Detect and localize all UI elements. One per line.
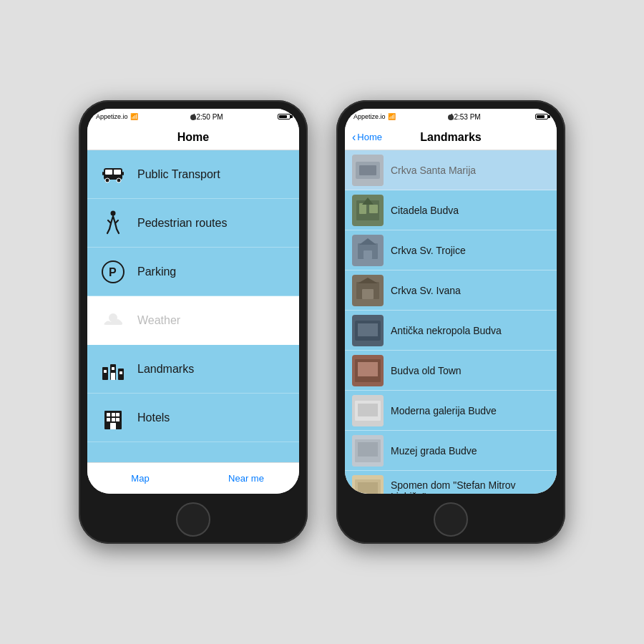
nav-title-1: Home bbox=[177, 131, 209, 144]
svg-rect-6 bbox=[102, 172, 104, 175]
menu-item-parking[interactable]: P Parking bbox=[87, 248, 299, 296]
nav-title-2: Landmarks bbox=[420, 131, 481, 144]
menu-label-hotels: Hotels bbox=[137, 411, 170, 424]
nav-bar-2: ‹ Home Landmarks bbox=[345, 125, 557, 150]
menu-label-pedestrian: Pedestrian routes bbox=[137, 217, 227, 230]
battery-fill-2 bbox=[537, 115, 545, 118]
landmark-name-5: Antička nekropola Budva bbox=[391, 325, 502, 336]
svg-rect-45 bbox=[358, 323, 378, 336]
svg-rect-7 bbox=[122, 172, 124, 175]
landmark-thumb-7 bbox=[352, 395, 384, 426]
svg-rect-15 bbox=[104, 370, 107, 373]
menu-content: Public Transport Pedestrian routes bbox=[87, 150, 299, 462]
landmark-item-4[interactable]: Crkva Sv. Ivana bbox=[345, 270, 557, 311]
landmark-item-7[interactable]: Moderna galerija Budve bbox=[345, 391, 557, 431]
landmark-item-2[interactable]: Citadela Budva bbox=[345, 190, 557, 230]
svg-rect-26 bbox=[110, 423, 116, 429]
landmark-item-9[interactable]: Spomen dom "Stefan Mitrov Ljubiša" bbox=[345, 471, 557, 494]
svg-rect-20 bbox=[107, 413, 110, 416]
nav-bar-1: Home bbox=[87, 125, 299, 150]
battery-area-1 bbox=[278, 114, 291, 119]
svg-rect-21 bbox=[112, 413, 115, 416]
time-1: 12:50 PM bbox=[192, 113, 223, 121]
svg-point-4 bbox=[105, 178, 109, 182]
menu-item-pedestrian[interactable]: Pedestrian routes bbox=[87, 199, 299, 248]
svg-rect-29 bbox=[359, 165, 376, 175]
back-button[interactable]: ‹ Home bbox=[352, 131, 382, 144]
menu-label-public-transport: Public Transport bbox=[137, 168, 220, 181]
landmark-item-6[interactable]: Budva old Town bbox=[345, 351, 557, 391]
status-left-2: Appetize.io 📶 bbox=[353, 113, 396, 120]
svg-rect-54 bbox=[358, 442, 378, 457]
svg-rect-16 bbox=[112, 367, 114, 370]
svg-rect-38 bbox=[364, 250, 372, 259]
landmark-item-1[interactable]: Crkva Santa Marija bbox=[345, 150, 557, 190]
menu-item-weather[interactable]: Weather bbox=[87, 296, 299, 345]
svg-text:P: P bbox=[109, 266, 117, 278]
appetize-label-1: Appetize.io bbox=[96, 113, 128, 120]
menu-item-hotels[interactable]: Hotels bbox=[87, 394, 299, 442]
landmark-name-6: Budva old Town bbox=[391, 365, 462, 376]
svg-rect-22 bbox=[116, 413, 119, 416]
tab-bar-1: Map Near me bbox=[87, 462, 299, 494]
svg-rect-33 bbox=[369, 205, 378, 213]
svg-point-5 bbox=[117, 178, 121, 182]
weather-icon bbox=[99, 306, 127, 335]
landmark-thumb-4 bbox=[352, 275, 384, 306]
walk-icon bbox=[99, 209, 127, 238]
landmark-item-3[interactable]: Crkva Sv. Trojice bbox=[345, 230, 557, 270]
landmark-thumb-3 bbox=[352, 235, 384, 266]
menu-item-landmarks[interactable]: Landmarks bbox=[87, 345, 299, 394]
chevron-left-icon: ‹ bbox=[352, 131, 356, 144]
landmark-thumb-6 bbox=[352, 355, 384, 386]
phone-1-screen: Appetize.io 📶 12:50 PM Home bbox=[87, 109, 299, 494]
svg-rect-23 bbox=[107, 418, 110, 421]
time-2: 12:53 PM bbox=[450, 113, 481, 121]
landmark-thumb-5 bbox=[352, 315, 384, 346]
svg-rect-25 bbox=[116, 418, 119, 421]
svg-rect-17 bbox=[119, 371, 122, 374]
landmark-thumb-9 bbox=[352, 475, 384, 494]
phone-2: Appetize.io 📶 12:53 PM ‹ Home Landmarks bbox=[336, 100, 565, 544]
battery-icon-2 bbox=[535, 114, 548, 119]
landmark-item-8[interactable]: Muzej grada Budve bbox=[345, 431, 557, 471]
appetize-label-2: Appetize.io bbox=[353, 113, 386, 120]
tab-map[interactable]: Map bbox=[87, 463, 193, 494]
svg-rect-57 bbox=[358, 482, 378, 494]
bus-icon bbox=[99, 160, 127, 189]
status-bar-1: Appetize.io 📶 12:50 PM bbox=[87, 109, 299, 125]
svg-rect-32 bbox=[359, 203, 366, 214]
svg-rect-1 bbox=[105, 170, 112, 175]
menu-label-parking: Parking bbox=[137, 265, 176, 278]
wifi-icon-2: 📶 bbox=[388, 113, 396, 120]
tab-near-me[interactable]: Near me bbox=[193, 463, 299, 494]
parking-icon: P bbox=[99, 258, 127, 286]
menu-label-landmarks: Landmarks bbox=[137, 363, 194, 376]
status-bar-2: Appetize.io 📶 12:53 PM bbox=[345, 109, 557, 125]
svg-rect-24 bbox=[112, 418, 115, 421]
phone-1: Appetize.io 📶 12:50 PM Home bbox=[79, 100, 308, 544]
svg-rect-3 bbox=[104, 176, 122, 178]
phone-2-screen: Appetize.io 📶 12:53 PM ‹ Home Landmarks bbox=[345, 109, 557, 494]
svg-point-8 bbox=[111, 210, 116, 215]
landmark-name-3: Crkva Sv. Trojice bbox=[391, 245, 466, 256]
battery-area-2 bbox=[535, 114, 548, 119]
landmark-thumb-2 bbox=[352, 195, 384, 226]
back-label: Home bbox=[357, 132, 382, 142]
landmark-icon bbox=[99, 355, 127, 384]
wifi-icon-1: 📶 bbox=[130, 113, 138, 120]
svg-rect-2 bbox=[114, 170, 121, 175]
status-left-1: Appetize.io 📶 bbox=[96, 113, 138, 120]
landmark-name-7: Moderna galerija Budve bbox=[391, 405, 497, 416]
battery-icon-1 bbox=[278, 114, 291, 119]
landmark-item-5[interactable]: Antička nekropola Budva bbox=[345, 311, 557, 351]
landmark-name-9: Spomen dom "Stefan Mitrov Ljubiša" bbox=[391, 479, 550, 494]
svg-rect-18 bbox=[111, 373, 115, 380]
menu-item-public-transport[interactable]: Public Transport bbox=[87, 150, 299, 199]
landmark-name-1: Crkva Santa Marija bbox=[391, 165, 476, 176]
landmark-thumb-1 bbox=[352, 155, 384, 186]
landmark-name-2: Citadela Budva bbox=[391, 205, 459, 216]
landmark-name-8: Muzej grada Budve bbox=[391, 445, 477, 457]
battery-fill-1 bbox=[279, 115, 287, 118]
svg-rect-42 bbox=[362, 289, 374, 299]
